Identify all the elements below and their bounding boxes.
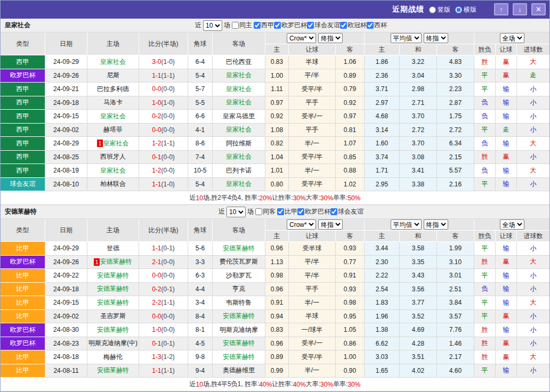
away-team-cell: 巴伦西亚 (213, 55, 265, 69)
odds-handicap-value: 半/一 (289, 164, 336, 178)
horizontal-radio-input[interactable] (455, 6, 462, 13)
odds-handicap-value: 受平/半 (289, 350, 336, 364)
odds-handicap-value: 受平/半 (289, 83, 336, 96)
league-filter[interactable]: 西甲 (254, 21, 274, 30)
match-date: 24-08-10 (45, 178, 87, 192)
halftime-score: (0-1) (161, 340, 175, 347)
avg-away-value: 4.83 (437, 55, 474, 69)
col-header-avg-draw: 和 (400, 44, 437, 55)
league-filter[interactable]: 欧罗巴杯 (274, 21, 307, 30)
home-team-cell: 皇家社会 (87, 164, 139, 178)
league-filter[interactable]: 欧罗巴杯 (297, 207, 330, 216)
fulltime-score: 2-1 (152, 258, 161, 266)
match-score: 1-0 (0-0) (139, 323, 188, 337)
result-goals: 大 (517, 55, 550, 69)
avg-time-select[interactable]: 终指 (424, 33, 448, 43)
odds-home-value: 0.96 (265, 242, 289, 256)
league-badge: 西甲 (1, 96, 45, 110)
match-count-select[interactable]: 10 (203, 20, 222, 31)
odds-time-select[interactable]: 终指 (318, 33, 343, 43)
match-score: 1-0 (1-0) (139, 96, 188, 110)
league-filter[interactable]: 球会友谊 (330, 207, 363, 216)
odds-home-value: 1.04 (265, 151, 289, 165)
avg-away-value: 3.30 (437, 69, 474, 83)
league-checkbox[interactable] (307, 22, 314, 29)
league-checkbox[interactable] (297, 208, 304, 215)
league-filter[interactable]: 欧冠杯 (340, 21, 367, 30)
league-checkbox[interactable] (330, 208, 337, 215)
summary-text: 近 (190, 193, 196, 202)
odds-time-select[interactable]: 终指 (318, 219, 343, 230)
odds-away-value: 1.02 (336, 178, 365, 192)
summary-text: 40% (259, 381, 272, 388)
same-venue-filter[interactable]: 同客 (255, 207, 276, 216)
vertical-radio-input[interactable] (429, 6, 436, 13)
odds-company-select[interactable]: Crow* (287, 33, 316, 43)
league-filter[interactable]: 比甲 (277, 207, 297, 216)
away-team-name: 皇家社会 (226, 152, 252, 161)
avg-time-select[interactable]: 终指 (424, 219, 448, 230)
halftime-score: (0-0) (161, 313, 175, 320)
match-score: 0-1 (0-0) (139, 151, 188, 165)
layout-vertical-radio[interactable]: 竖版 (429, 5, 450, 14)
avg-source-select[interactable]: 平均值 (391, 33, 422, 43)
avg-source-select[interactable]: 平均值 (391, 219, 422, 230)
match-count-select[interactable]: 10 (227, 207, 246, 217)
league-checkbox[interactable] (254, 22, 261, 29)
same-venue-filter[interactable]: 同主 (232, 21, 252, 30)
match-date: 24-09-15 (45, 296, 87, 310)
match-row: 西甲 24-08-19 皇家社会 1-2 (0-0) 10-5 巴列卡诺 1.0… (1, 164, 549, 178)
corner-score: 5-4 (188, 69, 213, 83)
match-date: 24-09-21 (45, 83, 87, 96)
league-checkbox[interactable] (367, 22, 374, 29)
league-checkbox[interactable] (274, 22, 281, 29)
same-venue-checkbox[interactable] (232, 22, 239, 29)
league-filter[interactable]: 西杯 (367, 21, 387, 30)
summary-text: 10 (196, 194, 203, 202)
scope-select[interactable]: 全场 (500, 219, 524, 230)
result-goals: 小 (517, 242, 550, 256)
away-team-cell: 安德莱赫特 (213, 337, 265, 351)
scope-select[interactable]: 全场 (500, 33, 524, 43)
avg-draw-value: 3.38 (400, 178, 437, 192)
odds-handicap-value: 平/半 (289, 69, 336, 83)
halftime-score: (1-1) (161, 299, 175, 306)
result-wdl: 平 (474, 83, 496, 96)
same-venue-checkbox[interactable] (255, 208, 262, 215)
odds-home-value: 0.82 (265, 137, 289, 151)
home-team-cell: 1 安德莱赫特 (87, 256, 139, 270)
result-handicap: 输 (496, 283, 517, 297)
match-date: 24-08-25 (45, 151, 87, 165)
summary-text: 30% (320, 194, 333, 202)
corner-score: 4-1 (188, 124, 213, 137)
away-team-cell: 奥德赫维里 (213, 364, 265, 378)
away-team-cell: 皇家社会 (213, 124, 265, 137)
league-filter[interactable]: 球会友谊 (307, 21, 340, 30)
odds-away-value: 0.86 (336, 337, 365, 351)
league-checkbox[interactable] (277, 208, 284, 215)
result-handicap: 输 (496, 164, 517, 178)
odds-company-select[interactable]: Crow* (287, 219, 316, 230)
result-goals: 小 (517, 124, 550, 137)
home-team-name: 皇家社会 (100, 166, 126, 175)
window-title: 近期战绩 (392, 5, 424, 14)
match-row: 西甲 24-09-15 皇家社会 0-2 (0-0) 6-6 皇家马德里 0.9… (1, 110, 549, 124)
move-up-button[interactable]: ↑ (494, 3, 508, 15)
col-header-avg-away: 客 (437, 231, 474, 242)
result-wdl: 负 (474, 110, 496, 124)
fulltime-score: 1-1 (152, 181, 161, 188)
odds-away-value: 0.97 (336, 110, 365, 124)
layout-horizontal-radio[interactable]: 横版 (455, 5, 476, 14)
away-team-cell: 安德莱赫特 (213, 242, 265, 256)
away-team-cell: 阿拉维斯 (213, 137, 265, 151)
league-badge: 西甲 (1, 55, 45, 69)
odds-away-value: 1.00 (336, 350, 365, 364)
avg-home-value: 3.44 (365, 242, 400, 256)
col-header-goals-result: 进球数 (517, 44, 550, 55)
away-team-name: 皇家社会 (226, 85, 252, 94)
match-row: 西甲 24-08-29 1 皇家社会 1-2 (1-1) 8-6 阿拉维斯 0.… (1, 137, 549, 151)
move-down-button[interactable]: ↓ (513, 3, 527, 15)
col-header-corner: 角球 (188, 32, 213, 55)
close-button[interactable]: ✕ (531, 3, 546, 15)
league-checkbox[interactable] (340, 22, 347, 29)
